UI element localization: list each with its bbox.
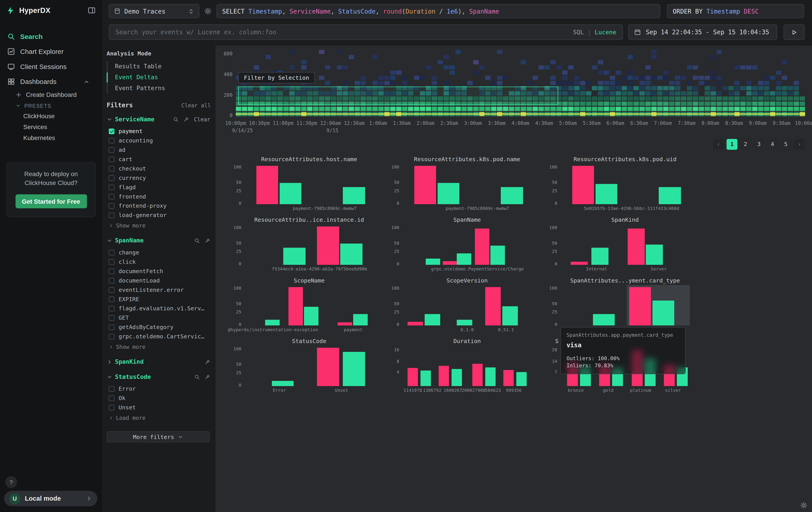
checkbox[interactable]	[109, 395, 115, 401]
delta-chart-spanname[interactable]: SpanName10050250grpc.oteldemo.PaymentSer…	[384, 216, 542, 277]
delta-chart-resourceattributes-host-name[interactable]: ResourceAttributes.host.name10050250paym…	[226, 155, 383, 216]
checkbox[interactable]	[109, 212, 115, 218]
delta-chart-statuscode[interactable]: StatusCode10050250ErrorUnset	[226, 337, 383, 398]
checkbox[interactable]	[109, 324, 115, 330]
search-icon[interactable]	[194, 238, 200, 243]
bar-inlier[interactable]	[343, 187, 365, 204]
bar-inlier[interactable]	[304, 307, 318, 325]
bar-inlier[interactable]	[652, 300, 674, 325]
bar-outlier[interactable]	[571, 262, 588, 265]
delta-chart-scopename[interactable]: ScopeName10050250@hyperdx/instrumentatio…	[226, 277, 383, 337]
bar-outlier[interactable]	[439, 366, 449, 386]
bar-outlier[interactable]	[485, 287, 501, 325]
filter-option-click[interactable]: click	[102, 257, 215, 266]
filter-option-expire[interactable]: EXPIRE	[102, 294, 215, 304]
date-range-picker[interactable]: Sep 14 22:04:35 - Sep 15 10:04:35	[628, 24, 777, 40]
order-by-input[interactable]: ORDER BY Timestamp DESC	[667, 4, 804, 18]
sidebar-item-kubernetes[interactable]: Kubernetes	[0, 133, 102, 143]
checkbox[interactable]	[109, 184, 115, 190]
sidebar-item-clickhouse[interactable]: ClickHouse	[0, 111, 102, 122]
search-icon[interactable]	[173, 116, 179, 122]
run-query-button[interactable]	[784, 24, 805, 40]
pin-icon[interactable]	[205, 359, 210, 365]
bar-inlier[interactable]	[340, 244, 362, 265]
chevron-down-icon[interactable]	[107, 238, 113, 243]
filter-option-load-generator[interactable]: load-generator	[102, 210, 215, 220]
analysis-mode-event-deltas[interactable]: Event Deltas	[108, 72, 215, 83]
pagination-next[interactable]: ›	[794, 139, 805, 150]
clear-all-button[interactable]: Clear all	[181, 102, 211, 108]
filter-option-documentfetch[interactable]: documentFetch	[102, 266, 215, 276]
bar-outlier[interactable]	[317, 348, 339, 386]
delta-chart-resourceattribu-ice-instance-id[interactable]: ResourceAttribu..ice.instance.id10050250…	[226, 216, 383, 277]
checkbox[interactable]	[109, 404, 115, 410]
pagination-page-3[interactable]: 3	[754, 139, 764, 150]
checkbox[interactable]	[109, 249, 115, 255]
checkbox[interactable]	[109, 166, 115, 171]
bar-outlier[interactable]	[572, 166, 594, 204]
pagination-page-2[interactable]: 2	[740, 139, 751, 150]
checkbox[interactable]	[109, 138, 115, 143]
search-input[interactable]: Search your events w/ Lucene ex. column:…	[109, 24, 623, 40]
filter-option-accounting[interactable]: accounting	[102, 136, 215, 145]
source-selector[interactable]: Demo Traces	[109, 4, 199, 18]
checkbox[interactable]	[109, 305, 115, 311]
filter-option-documentload[interactable]: documentLoad	[102, 276, 215, 285]
delta-chart-resourceattributes-k8s-pod-uid[interactable]: ResourceAttributes.k8s.pod.uid100502505e…	[542, 155, 699, 216]
bar-inlier[interactable]	[659, 187, 681, 204]
bar-inlier[interactable]	[425, 314, 440, 325]
filter-option-ok[interactable]: Ok	[102, 393, 215, 403]
bar-outlier[interactable]	[442, 261, 457, 265]
bar-outlier[interactable]	[414, 166, 436, 204]
mode-lucene-button[interactable]: Lucene	[595, 28, 616, 36]
events-heatmap[interactable]	[236, 49, 805, 117]
delta-chart-spankind[interactable]: SpanKind10050250InternalServer	[542, 216, 699, 277]
delta-chart-duration[interactable]: Duration16841141978138679216002672000279…	[384, 337, 542, 398]
sidebar-collapse-icon[interactable]	[88, 6, 96, 15]
load-more-button[interactable]: Load more	[102, 413, 215, 422]
pagination-prev[interactable]: ‹	[713, 139, 724, 150]
bar-outlier[interactable]	[503, 370, 514, 386]
bar-inlier[interactable]	[457, 320, 472, 325]
show-more-button[interactable]: Show more	[102, 342, 215, 351]
checkbox[interactable]	[109, 315, 115, 321]
more-filters-button[interactable]: More filters	[107, 431, 210, 442]
checkbox[interactable]	[109, 277, 115, 284]
get-started-button[interactable]: Get Started for Free	[15, 194, 87, 208]
bar-outlier[interactable]	[288, 287, 302, 325]
bar-outlier[interactable]	[317, 226, 339, 265]
bar-outlier[interactable]	[628, 228, 644, 265]
sidebar-item-services[interactable]: Services	[0, 122, 102, 133]
filter-option-error[interactable]: Error	[102, 384, 215, 393]
bar-inlier[interactable]	[593, 314, 615, 325]
bar-inlier[interactable]	[420, 371, 431, 386]
search-icon[interactable]	[194, 374, 200, 380]
sidebar-item-client-sessions[interactable]: Client Sessions	[0, 59, 102, 74]
pin-icon[interactable]	[205, 238, 210, 243]
filter-option-checkout[interactable]: checkout	[102, 164, 215, 173]
chevron-right-icon[interactable]	[107, 359, 113, 365]
show-more-button[interactable]: Show more	[102, 221, 215, 230]
bar-inlier[interactable]	[265, 320, 279, 325]
checkbox[interactable]	[109, 333, 115, 339]
bar-outlier[interactable]	[256, 166, 278, 204]
bar-inlier[interactable]	[485, 368, 496, 386]
mode-sql-button[interactable]: SQL	[573, 28, 584, 36]
chevron-down-icon[interactable]	[107, 116, 113, 122]
pin-icon[interactable]	[183, 116, 189, 122]
bar-outlier[interactable]	[629, 287, 651, 325]
bar-inlier[interactable]	[283, 248, 305, 265]
analysis-mode-results-table[interactable]: Results Table	[108, 61, 215, 72]
bar-inlier[interactable]	[595, 184, 617, 204]
filter-option-frontend[interactable]: frontend	[102, 192, 215, 201]
checkbox[interactable]	[109, 287, 115, 293]
bar-outlier[interactable]	[408, 368, 418, 386]
bar-outlier[interactable]	[472, 364, 483, 386]
checkbox[interactable]	[109, 386, 115, 392]
filter-option-payment[interactable]: payment	[102, 127, 215, 136]
chevron-down-icon[interactable]	[107, 374, 113, 380]
checkbox[interactable]	[109, 193, 115, 199]
checkbox[interactable]	[109, 268, 115, 274]
sidebar-item-search[interactable]: Search	[0, 29, 102, 44]
bar-outlier[interactable]	[408, 322, 423, 325]
